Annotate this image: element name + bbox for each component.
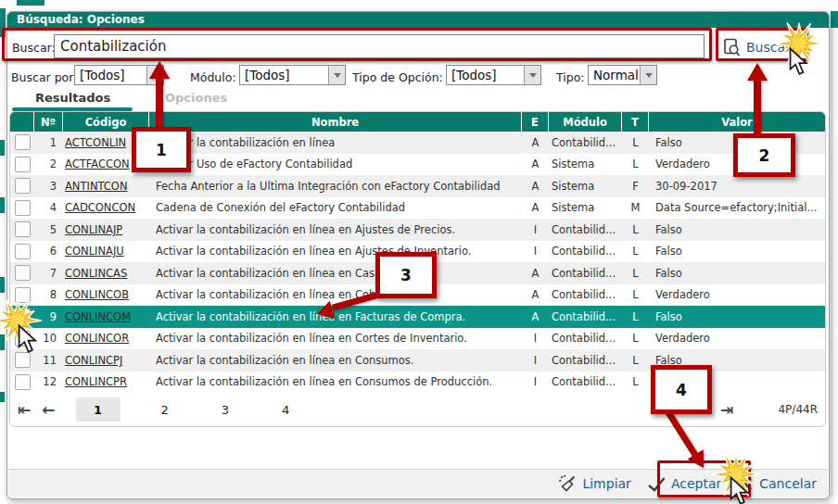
- filter-modulo-dropdown[interactable]: [Todos]: [239, 65, 346, 85]
- row-codigo-cell: CONLINCOR: [63, 332, 149, 345]
- row-checkbox-cell[interactable]: [10, 134, 34, 150]
- row-tipo: L: [622, 223, 649, 236]
- row-codigo-cell: CONLINCPJ: [63, 354, 149, 367]
- row-estatus: I: [522, 245, 549, 258]
- row-checkbox-cell[interactable]: [10, 265, 34, 281]
- codigo-link[interactable]: CONLINCOR: [65, 332, 129, 345]
- codigo-link[interactable]: CONLINAJU: [65, 245, 124, 258]
- row-valor: Falso: [649, 310, 825, 323]
- table-row[interactable]: 4CADCONCONCadena de Conexión del eFactor…: [10, 197, 825, 220]
- row-codigo-cell: CONLINCPR: [63, 375, 149, 388]
- row-checkbox-cell[interactable]: [10, 352, 34, 368]
- row-checkbox-cell[interactable]: [10, 374, 34, 390]
- codigo-link[interactable]: ANTINTCON: [65, 180, 128, 193]
- page-button-4[interactable]: 4: [282, 403, 289, 417]
- checkbox[interactable]: [15, 244, 31, 259]
- checkbox[interactable]: [15, 200, 31, 216]
- row-estatus: A: [522, 180, 549, 193]
- row-estatus: I: [522, 223, 549, 236]
- row-codigo-cell: ANTINTCON: [63, 180, 149, 193]
- row-number: 2: [34, 158, 63, 170]
- row-nombre: Activar la contabilización en línea en C…: [149, 332, 522, 345]
- row-checkbox-cell[interactable]: [10, 287, 34, 303]
- header-nombre: Nombre: [149, 112, 522, 132]
- row-checkbox-cell[interactable]: [10, 331, 34, 346]
- background-window-edge: [832, 28, 832, 496]
- codigo-link[interactable]: CONLINCOM: [65, 310, 131, 323]
- checkbox[interactable]: [15, 221, 31, 237]
- row-valor: Verdadero: [649, 288, 825, 301]
- row-checkbox-cell[interactable]: [10, 200, 34, 216]
- header-modulo: Módulo: [549, 112, 622, 132]
- row-tipo: L: [622, 288, 649, 301]
- row-modulo: Contabilid...: [549, 288, 622, 301]
- row-checkbox-cell[interactable]: [10, 309, 34, 324]
- checkbox[interactable]: [15, 287, 31, 303]
- codigo-link[interactable]: CONLINCAS: [65, 267, 127, 280]
- row-valor: 30-09-2017: [649, 180, 825, 193]
- row-codigo-cell: CONLINCOM: [63, 310, 149, 323]
- dialog-titlebar[interactable]: Búsqueda: Opciones: [7, 12, 829, 28]
- callout-1: 1: [132, 127, 191, 172]
- row-valor: Falso: [649, 245, 825, 258]
- checkbox[interactable]: [15, 265, 31, 281]
- row-estatus: A: [522, 310, 549, 323]
- row-estatus: I: [522, 375, 549, 388]
- first-page-icon[interactable]: ⇤: [18, 400, 31, 419]
- checkbox[interactable]: [15, 309, 31, 324]
- row-estatus: I: [522, 354, 549, 367]
- row-checkbox-cell[interactable]: [10, 157, 34, 172]
- filter-tipo-label: Tipo:: [556, 70, 585, 84]
- row-tipo: L: [622, 375, 649, 388]
- codigo-link[interactable]: CONLINCPR: [65, 375, 127, 388]
- checkbox[interactable]: [15, 134, 31, 150]
- codigo-link[interactable]: CADCONCON: [65, 201, 135, 214]
- table-row[interactable]: 10CONLINCORActivar la contabilización en…: [10, 328, 825, 350]
- limpiar-button[interactable]: Limpiar: [558, 474, 630, 493]
- highlight-box-search: [2, 28, 712, 61]
- row-number: 8: [34, 288, 63, 301]
- filter-buscar-por-dropdown[interactable]: [Todos]: [74, 65, 164, 85]
- table-row[interactable]: 5CONLINAJPActivar la contabilización en …: [10, 219, 825, 241]
- codigo-link[interactable]: CONLINCPJ: [65, 354, 122, 367]
- row-nombre: Activar la contabilización en línea en A…: [149, 245, 522, 258]
- row-tipo: L: [622, 310, 649, 323]
- tab-resultados[interactable]: Resultados: [35, 91, 110, 105]
- filter-modulo-label: Módulo:: [190, 70, 236, 84]
- filter-tipo-dropdown[interactable]: Normal: [588, 65, 657, 85]
- checkbox[interactable]: [15, 352, 31, 368]
- codigo-link[interactable]: CONLINAJP: [65, 223, 122, 236]
- row-estatus: I: [522, 332, 549, 345]
- row-tipo: L: [622, 158, 649, 170]
- row-checkbox-cell[interactable]: [10, 244, 34, 259]
- row-number: 9: [34, 310, 63, 323]
- page-button-3[interactable]: 3: [222, 403, 229, 417]
- checkbox[interactable]: [15, 331, 31, 346]
- row-checkbox-cell[interactable]: [10, 178, 34, 194]
- row-codigo-cell: CONLINAJP: [63, 223, 149, 236]
- row-codigo-cell: CONLINCAS: [63, 267, 149, 280]
- page-button-2[interactable]: 2: [161, 403, 169, 417]
- checkbox[interactable]: [15, 157, 31, 172]
- prev-page-icon[interactable]: ←: [42, 400, 55, 419]
- row-tipo: L: [622, 332, 649, 345]
- tab-opciones[interactable]: Opciones: [165, 91, 227, 105]
- callout-3: 3: [375, 252, 437, 298]
- codigo-link[interactable]: CONLINCOB: [65, 288, 129, 301]
- chevron-down-icon: [146, 66, 163, 84]
- row-checkbox-cell[interactable]: [10, 221, 34, 237]
- row-estatus: A: [522, 201, 549, 214]
- page-button-1[interactable]: 1: [76, 397, 121, 422]
- background-window-fragment: [0, 197, 5, 213]
- table-row[interactable]: 3ANTINTCONFecha Anterior a la Ultima Int…: [10, 175, 825, 197]
- codigo-link[interactable]: ACTFACCON: [65, 158, 130, 170]
- row-valor: Verdadero: [649, 332, 825, 345]
- chevron-down-icon: [640, 66, 656, 84]
- checkbox[interactable]: [15, 374, 31, 390]
- last-page-icon[interactable]: ⇥: [720, 400, 733, 419]
- row-nombre: Activar la contabilización en línea en C…: [149, 354, 522, 367]
- table-row[interactable]: 9CONLINCOMActivar la contabilización en …: [10, 306, 825, 328]
- codigo-link[interactable]: ACTCONLIN: [65, 136, 126, 149]
- filter-tipo-opcion-dropdown[interactable]: [Todos]: [446, 65, 541, 85]
- checkbox[interactable]: [15, 178, 31, 194]
